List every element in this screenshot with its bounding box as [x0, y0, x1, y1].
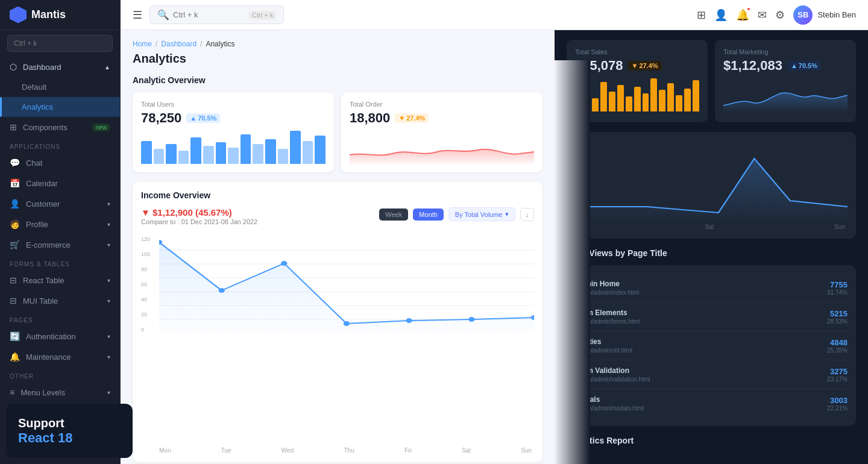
sidebar-item-ecommerce[interactable]: 🛒 E-commerce ▾ — [0, 234, 120, 255]
menu-icon: ≡ — [10, 387, 14, 397]
auth-icon: 🔄 — [10, 331, 20, 341]
sidebar-section-applications: Applications — [0, 137, 120, 152]
total-sales-label: Total Sales — [575, 48, 699, 55]
income-value: ▼ $1,12,900 (45.67%) — [141, 207, 232, 218]
breadcrumb-dashboard[interactable]: Dashboard — [161, 40, 197, 48]
dark-chart-x-labels: Fri Sat Sun — [575, 224, 848, 230]
support-popup[interactable]: Support React 18 — [6, 404, 121, 458]
marketing-area-chart — [723, 78, 848, 114]
sidebar-item-profile[interactable]: 🧑 Profile ▾ — [0, 214, 120, 234]
hamburger-icon[interactable]: ☰ — [133, 8, 142, 22]
page-view-title-0: Admin Home — [575, 280, 639, 288]
sidebar-dashboard-label: Dashboard — [23, 63, 61, 72]
total-marketing-label: Total Marketing — [723, 48, 848, 55]
sidebar-auth-label: Authentication — [26, 332, 75, 341]
chevron-down-icon-3: ▾ — [107, 242, 110, 248]
sidebar-section-forms: Forms & Tables — [0, 255, 120, 270]
chevron-down-icon-5: ▾ — [107, 298, 110, 304]
breadcrumb-home[interactable]: Home — [133, 40, 152, 48]
chevron-up-icon: ▲ — [104, 64, 110, 71]
sidebar-item-components[interactable]: ⊞ Components new — [0, 117, 120, 137]
sidebar-calendar-label: Calendar — [26, 179, 58, 188]
search-input[interactable] — [7, 35, 113, 52]
download-button[interactable]: ↓ — [520, 208, 535, 221]
svg-point-9 — [344, 321, 350, 326]
dashboard-icon: ⬡ — [10, 62, 17, 72]
svg-point-11 — [468, 317, 474, 322]
components-icon: ⊞ — [10, 122, 17, 132]
mui-table-icon: ⊟ — [10, 296, 17, 306]
total-users-value: 78,250 ▲ 70.5% — [141, 110, 326, 126]
sidebar-item-react-table[interactable]: ⊟ React Table ▾ — [0, 270, 120, 290]
customer-icon: 👤 — [10, 199, 20, 208]
sidebar-item-chat[interactable]: 💬 Chat — [0, 152, 120, 173]
breadcrumb-sep1: / — [156, 40, 157, 48]
sidebar-item-menu-levels[interactable]: ≡ Menu Levels ▾ — [0, 382, 120, 403]
income-chart-x-labels: Mon Tue Wed Thu Fri Sat Sun — [141, 447, 534, 454]
month-button[interactable]: Month — [413, 208, 444, 221]
sidebar-menu-levels-label: Menu Levels — [20, 388, 65, 397]
sidebar-item-authentication[interactable]: 🔄 Authentication ▾ — [0, 326, 120, 346]
header-search[interactable]: 🔍 Ctrl + k — [149, 5, 284, 24]
content-split: Home / Dashboard / Analytics Analytics A… — [121, 30, 868, 464]
sidebar-chat-label: Chat — [26, 158, 42, 168]
sidebar-maintenance-label: Maintenance — [26, 353, 71, 362]
income-value-block: ▼ $1,12,900 (45.67%) Compare to : 01 Dec… — [141, 207, 257, 231]
volume-button[interactable]: By Total Volume ▾ — [448, 207, 515, 221]
sidebar-item-default[interactable]: Default — [0, 77, 120, 97]
calendar-icon: 📅 — [10, 178, 20, 188]
sidebar-search-container — [0, 30, 120, 57]
svg-point-8 — [281, 261, 287, 266]
sidebar-item-customer[interactable]: 👤 Customer ▾ — [0, 193, 120, 214]
settings-icon[interactable]: ⚙ — [775, 8, 785, 22]
sidebar-profile-label: Profile — [26, 220, 48, 229]
user-card-icon[interactable]: 👤 — [714, 8, 728, 22]
breadcrumb-sep2: / — [200, 40, 202, 48]
page-views-card: Admin Home /demo/admin/index.html 7755 3… — [567, 265, 856, 426]
sidebar-ecommerce-label: E-commerce — [26, 240, 71, 249]
dark-stat-cards: Total Sales $35,078 ▼ 27.4% Total Market — [567, 40, 856, 122]
notification-badge — [746, 7, 751, 11]
page-view-item-3: Form Validation /demo/admin/validation.h… — [575, 360, 848, 389]
apps-icon[interactable]: ⊞ — [697, 8, 706, 22]
total-users-badge: ▲ 70.5% — [186, 113, 220, 123]
page-view-url-0: /demo/admin/index.html — [575, 289, 639, 296]
search-hint: Ctrl + k — [249, 11, 276, 19]
chevron-down-icon-6: ▾ — [107, 333, 110, 340]
total-users-label: Total Users — [141, 101, 326, 108]
total-order-number: 18,800 — [350, 110, 390, 126]
sidebar-item-dashboard[interactable]: ⬡ Dashboard ▲ — [0, 57, 120, 77]
logo-icon — [10, 7, 27, 24]
page-view-item-0: Admin Home /demo/admin/index.html 7755 3… — [575, 274, 848, 303]
analytics-report-title: Analytics Report — [567, 436, 856, 445]
marketing-up-icon: ▲ — [791, 62, 797, 69]
components-badge: new — [92, 124, 110, 131]
mail-icon[interactable]: ✉ — [758, 8, 767, 22]
username-label: Stebin Ben — [817, 10, 856, 19]
notification-icon[interactable]: 🔔 — [736, 8, 749, 22]
sales-badge: ▼ 27.4% — [628, 61, 662, 71]
chevron-volume-icon: ▾ — [505, 210, 509, 218]
sidebar-logo[interactable]: Mantis — [0, 0, 120, 30]
income-controls: Week Month By Total Volume ▾ ↓ — [379, 207, 534, 221]
search-icon: 🔍 — [157, 9, 169, 20]
stat-card-order: Total Order 18,800 ▼ 27.4% — [341, 92, 542, 172]
order-area-chart — [350, 131, 534, 164]
user-avatar[interactable]: SB Stebin Ben — [793, 5, 856, 25]
sidebar-item-calendar[interactable]: 📅 Calendar — [0, 173, 120, 193]
sidebar-item-maintenance[interactable]: 🔔 Maintenance ▾ — [0, 346, 120, 367]
sidebar-item-mui-table[interactable]: ⊟ MUI Table ▾ — [0, 290, 120, 311]
header-search-input[interactable] — [173, 10, 245, 19]
sidebar-react-table-label: React Table — [23, 276, 64, 285]
chat-icon: 💬 — [10, 158, 20, 168]
chevron-down-icon-8: ▾ — [107, 389, 110, 396]
page-views-title: Page Views by Page Title — [567, 248, 856, 258]
page-view-stats-0: 7755 31.74% — [827, 280, 848, 296]
svg-point-10 — [406, 318, 412, 323]
chevron-down-icon-7: ▾ — [107, 354, 110, 360]
week-button[interactable]: Week — [379, 208, 408, 221]
sidebar-item-analytics[interactable]: Analytics — [0, 97, 120, 117]
total-users-number: 78,250 — [141, 110, 181, 126]
svg-point-7 — [218, 288, 224, 293]
total-order-label: Total Order — [350, 101, 534, 108]
